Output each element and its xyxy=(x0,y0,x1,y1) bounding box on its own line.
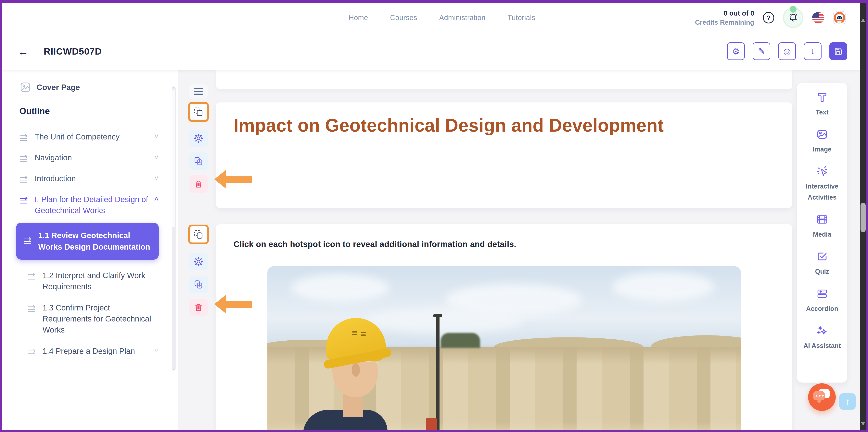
outline-sidebar: Cover Page Outline The Unit of Competenc… xyxy=(2,70,178,430)
gear-icon xyxy=(193,133,204,143)
chevron-down-icon[interactable]: ˅ xyxy=(154,132,159,141)
gear-icon: ⚙ xyxy=(732,46,740,56)
pencil-icon: ✎ xyxy=(758,46,765,56)
previous-block-edge xyxy=(216,70,793,89)
drag-handle-icon[interactable] xyxy=(27,272,37,281)
block-menu-button[interactable] xyxy=(189,84,208,98)
drag-handle-icon[interactable] xyxy=(19,196,30,205)
scrollbar-up-arrow[interactable] xyxy=(861,19,865,22)
outline-heading: Outline xyxy=(19,106,159,116)
panel-item-accordion[interactable]: Accordion xyxy=(801,288,843,314)
chat-support-button[interactable] xyxy=(808,383,836,411)
quiz-check-icon xyxy=(816,251,828,263)
chevron-down-icon[interactable]: ˅ xyxy=(154,174,159,183)
sidebar-scrollbar[interactable] xyxy=(172,87,176,370)
subsection-label: 1.1 Review Geotechnical Works Design Doc… xyxy=(38,230,151,252)
subsection-label: 1.4 Prepare a Design Plan xyxy=(42,345,149,357)
sidebar-subsection-1-3[interactable]: 1.3 Confirm Project Requirements for Geo… xyxy=(19,302,159,335)
cover-page-label: Cover Page xyxy=(37,83,80,92)
nav-courses[interactable]: Courses xyxy=(390,13,417,22)
notification-bell-icon[interactable] xyxy=(783,7,803,28)
drag-handle-icon[interactable] xyxy=(27,347,37,357)
panel-item-image[interactable]: Image xyxy=(801,128,843,155)
back-arrow-icon[interactable]: ← xyxy=(17,45,29,58)
sidebar-section-plan-detailed-design[interactable]: I. Plan for the Detailed Design of Geote… xyxy=(19,194,159,216)
accordion-icon xyxy=(816,288,828,300)
sidebar-section-unit-of-competency[interactable]: The Unit of Competency ˅ xyxy=(19,131,159,143)
help-icon[interactable]: ? xyxy=(763,12,774,24)
nav-home[interactable]: Home xyxy=(349,13,368,22)
block-delete-button[interactable] xyxy=(189,175,208,193)
sidebar-subsection-1-1-selected[interactable]: 1.1 Review Geotechnical Works Design Doc… xyxy=(16,223,159,259)
drag-handle-icon[interactable] xyxy=(19,154,30,163)
sidebar-subsection-1-2[interactable]: 1.2 Interpret and Clarify Work Requireme… xyxy=(19,270,159,292)
hotspot-block-button-highlighted[interactable] xyxy=(188,224,209,244)
window-frame-right xyxy=(866,0,868,432)
section-label: Introduction xyxy=(35,173,149,184)
save-icon xyxy=(834,47,843,56)
trash-icon xyxy=(194,180,203,188)
block-delete-button[interactable] xyxy=(189,299,208,316)
window-scrollbar[interactable] xyxy=(860,3,866,430)
select-block-icon xyxy=(193,106,204,117)
block-duplicate-button[interactable] xyxy=(189,152,208,170)
block-duplicate-button[interactable] xyxy=(189,276,208,293)
language-flag-us-icon[interactable] xyxy=(812,12,824,24)
elements-panel: Text Image Interactive Activities xyxy=(797,83,847,382)
drag-handle-icon[interactable] xyxy=(19,133,30,143)
course-code-title: RIICWD507D xyxy=(44,46,102,57)
edit-button[interactable]: ✎ xyxy=(753,42,770,60)
main-area: Cover Page Outline The Unit of Competenc… xyxy=(2,70,860,430)
nav-tutorials[interactable]: Tutorials xyxy=(508,13,535,22)
download-icon: ↓ xyxy=(810,46,815,56)
robot-avatar[interactable] xyxy=(833,11,846,24)
scrollbar-down-arrow[interactable] xyxy=(861,422,865,426)
drag-handle-icon[interactable] xyxy=(19,175,30,184)
hotspot-image[interactable] xyxy=(268,266,741,430)
media-film-icon xyxy=(816,214,828,225)
nav-administration[interactable]: Administration xyxy=(439,13,486,22)
sidebar-section-navigation[interactable]: Navigation ˅ xyxy=(19,152,159,163)
block-settings-button[interactable] xyxy=(189,130,208,147)
app-window: Home Courses Administration Tutorials 0 … xyxy=(0,0,868,432)
chevron-up-icon[interactable]: ˄ xyxy=(154,195,159,204)
cursor-click-icon xyxy=(816,165,828,177)
sidebar-scrollbar-thumb[interactable] xyxy=(172,90,176,228)
menu-icon xyxy=(194,88,203,95)
duplicate-icon xyxy=(193,280,204,289)
drag-handle-icon[interactable] xyxy=(23,237,33,246)
section-label-active: I. Plan for the Detailed Design of Geote… xyxy=(35,194,149,216)
hotspot-block[interactable]: Click on each hotspot icon to reveal add… xyxy=(216,224,793,430)
block-toolbar-heading xyxy=(187,84,210,193)
text-icon xyxy=(816,92,828,103)
credits-value: 0 out of 0 xyxy=(695,8,754,18)
panel-item-media[interactable]: Media xyxy=(801,214,843,240)
panel-item-text[interactable]: Text xyxy=(801,92,843,118)
panel-item-quiz[interactable]: Quiz xyxy=(801,251,843,277)
image-icon xyxy=(19,81,32,93)
sidebar-section-introduction[interactable]: Introduction ˅ xyxy=(19,173,159,184)
duplicate-icon xyxy=(193,156,204,166)
course-settings-button[interactable]: ⚙ xyxy=(727,42,745,60)
preview-button[interactable]: ◎ xyxy=(778,42,796,60)
download-button[interactable]: ↓ xyxy=(804,42,822,60)
scroll-to-top-button[interactable]: ↑ xyxy=(839,393,856,410)
hotspot-block-button-highlighted[interactable] xyxy=(188,102,209,122)
window-frame-bottom xyxy=(0,430,868,432)
subsection-label: 1.3 Confirm Project Requirements for Geo… xyxy=(42,302,159,335)
sidebar-item-cover-page[interactable]: Cover Page xyxy=(19,81,159,93)
scrollbar-thumb[interactable] xyxy=(861,203,866,232)
chevron-down-icon[interactable]: ˅ xyxy=(154,346,159,357)
drill-rig-mast xyxy=(436,316,439,430)
drag-handle-icon[interactable] xyxy=(27,304,37,314)
chevron-down-icon[interactable]: ˅ xyxy=(154,153,159,162)
section-label: Navigation xyxy=(35,152,149,163)
block-settings-button[interactable] xyxy=(189,253,208,270)
panel-item-interactive-activities[interactable]: Interactive Activities xyxy=(801,165,843,203)
panel-item-ai-assistant[interactable]: AI Assistant xyxy=(801,325,843,351)
save-button[interactable] xyxy=(829,42,847,60)
heading-block[interactable]: Impact on Geotechnical Design and Develo… xyxy=(216,102,793,208)
sidebar-subsection-1-4[interactable]: 1.4 Prepare a Design Plan ˅ xyxy=(19,345,159,357)
preview-icon: ◎ xyxy=(783,46,791,56)
top-nav: Home Courses Administration Tutorials 0 … xyxy=(2,3,860,33)
